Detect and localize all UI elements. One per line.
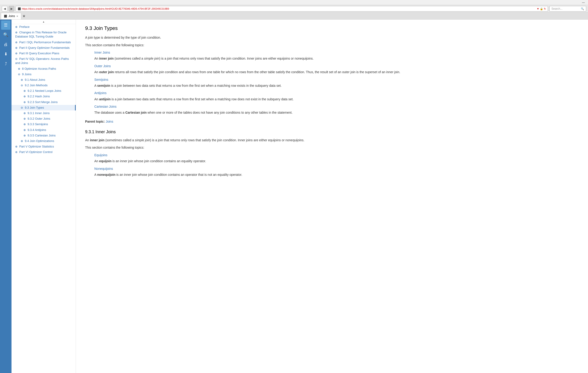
new-tab-button[interactable]: ★ bbox=[21, 13, 27, 19]
toc-item-sec91[interactable]: ⊕ 9.1 About Joins bbox=[11, 77, 76, 83]
forward-button[interactable]: ▶ bbox=[9, 6, 14, 11]
search-icon[interactable]: 🔍 bbox=[581, 7, 584, 10]
toc-link-sec932[interactable]: 9.3.2 Outer Joins bbox=[28, 117, 50, 120]
antijoins-desc: An antijoin is a join between two data s… bbox=[94, 97, 579, 102]
tab-close-button[interactable]: ✕ bbox=[16, 15, 18, 18]
toc-link-sec921[interactable]: 9.2.1 Nested Loops Joins bbox=[28, 89, 62, 93]
plus-icon: ⊕ bbox=[15, 31, 18, 34]
inner-joins-link[interactable]: Inner Joins bbox=[94, 50, 579, 55]
toc-item-ch9[interactable]: ⊖ 9 Joins bbox=[11, 72, 76, 77]
address-icons: ▼ 🔒 ↻ bbox=[537, 7, 546, 10]
toc-item-part5[interactable]: ⊕ Part V Optimizer Statistics bbox=[11, 144, 76, 149]
plus-icon: ⊕ bbox=[23, 89, 26, 93]
toc-link-sec92[interactable]: 9.2 Join Methods bbox=[25, 84, 48, 87]
toc-panel: ▲ ⊕ Preface ⊕ Changes in This Release fo… bbox=[11, 20, 76, 373]
subsection-title: 9.3.1 Inner Joins bbox=[85, 129, 579, 135]
toc-link-part2[interactable]: Part II Query Optimizer Fundamentals bbox=[19, 46, 70, 50]
toc-item-changes[interactable]: ⊕ Changes in This Release for Oracle Dat… bbox=[11, 30, 76, 39]
plus-icon: ⊕ bbox=[18, 67, 20, 70]
content-area: 9.3 Join Types A join type is determined… bbox=[76, 20, 588, 373]
toc-link-sec935[interactable]: 9.3.5 Cartesian Joins bbox=[28, 134, 56, 137]
toc-item-sec92[interactable]: ⊖ 9.2 Join Methods bbox=[11, 83, 76, 88]
minus-icon: ⊖ bbox=[15, 57, 18, 61]
minus-icon: ⊖ bbox=[21, 106, 23, 109]
plus-icon: ⊕ bbox=[23, 128, 26, 132]
toc-link-sec931[interactable]: 9.3.1 Inner Joins bbox=[28, 111, 50, 115]
toc-link-part5[interactable]: Part V Optimizer Statistics bbox=[19, 145, 54, 148]
address-bar[interactable]: ⬛ https://docs.oracle.com/en/database/or… bbox=[16, 6, 548, 11]
toc-item-sec93[interactable]: ⊖ 9.3 Join Types bbox=[11, 105, 76, 110]
toc-item-sec932[interactable]: ⊕ 9.3.2 Outer Joins bbox=[11, 116, 76, 121]
toc-link-sec933[interactable]: 9.3.3 Semijoins bbox=[28, 122, 48, 126]
plus-icon: ⊕ bbox=[21, 139, 23, 143]
toc-link-sec934[interactable]: 9.3.4 Antijoins bbox=[28, 128, 46, 132]
equijoins-desc: An equijoin is an inner join whose join … bbox=[94, 159, 579, 164]
share-icon-btn[interactable]: ⤴ bbox=[1, 59, 10, 68]
search-icon-btn[interactable]: 🔍 bbox=[1, 30, 10, 39]
search-bar[interactable]: Search... 🔍 bbox=[549, 6, 586, 11]
toc-item-ch8[interactable]: ⊕ 8 Optimizer Access Paths bbox=[11, 66, 76, 72]
toc-item-part3[interactable]: ⊕ Part III Query Execution Plans bbox=[11, 51, 76, 56]
toc-item-preface[interactable]: ⊕ Preface bbox=[11, 24, 76, 30]
cartesian-joins-link[interactable]: Cartesian Joins bbox=[94, 104, 579, 109]
browser-chrome: ◀ ▶ ⬛ https://docs.oracle.com/en/databas… bbox=[0, 5, 588, 13]
outer-joins-link[interactable]: Outer Joins bbox=[94, 64, 579, 69]
equijoins-link[interactable]: Equijoins bbox=[94, 153, 579, 158]
parent-topic: Parent topic: Joins bbox=[85, 119, 579, 124]
print-icon-btn[interactable]: 🖨 bbox=[1, 40, 10, 49]
toc-link-sec94[interactable]: 9.4 Join Optimizations bbox=[25, 139, 54, 143]
tab-label: Joins bbox=[9, 14, 15, 18]
toc-item-sec94[interactable]: ⊕ 9.4 Join Optimizations bbox=[11, 138, 76, 144]
toc-link-ch9[interactable]: 9 Joins bbox=[22, 73, 32, 76]
subsection-intro: An inner join (sometimes called a simple… bbox=[85, 138, 579, 143]
back-button[interactable]: ◀ bbox=[2, 6, 7, 11]
section-outer-joins: Outer Joins An outer join returns all ro… bbox=[94, 64, 579, 75]
toc-item-part2[interactable]: ⊕ Part II Query Optimizer Fundamentals bbox=[11, 45, 76, 51]
toc-item-sec931[interactable]: ⊕ 9.3.1 Inner Joins bbox=[11, 110, 76, 116]
intro-para-2: This section contains the following topi… bbox=[85, 43, 579, 48]
minus-icon: ⊖ bbox=[21, 84, 23, 87]
toc-link-sec922[interactable]: 9.2.2 Hash Joins bbox=[28, 95, 50, 98]
toc-item-sec922[interactable]: ⊕ 9.2.2 Hash Joins bbox=[11, 94, 76, 99]
toc-item-sec935[interactable]: ⊕ 9.3.5 Cartesian Joins bbox=[11, 133, 76, 138]
toc-scroll-up[interactable]: ▲ bbox=[11, 20, 76, 24]
toc-item-sec923[interactable]: ⊕ 9.2.3 Sort Merge Joins bbox=[11, 99, 76, 105]
plus-icon: ⊕ bbox=[23, 117, 26, 120]
toc-link-part3[interactable]: Part III Query Execution Plans bbox=[19, 52, 59, 55]
toc-link-sec91[interactable]: 9.1 About Joins bbox=[25, 78, 45, 81]
nonequijoins-link[interactable]: Nonequijoins bbox=[94, 166, 579, 171]
toc-link-part1[interactable]: Part I SQL Performance Fundamentals bbox=[19, 41, 71, 44]
download-icon-btn[interactable]: ⬇ bbox=[1, 50, 10, 59]
toc-item-sec934[interactable]: ⊕ 9.3.4 Antijoins bbox=[11, 127, 76, 133]
plus-icon: ⊕ bbox=[23, 101, 26, 104]
plus-icon: ⊕ bbox=[15, 46, 18, 50]
main-tab[interactable]: ⬛ Joins ✕ bbox=[1, 13, 21, 19]
minus-icon: ⊖ bbox=[18, 73, 20, 76]
toc-item-part1[interactable]: ⊕ Part I SQL Performance Fundamentals bbox=[11, 40, 76, 45]
toc-link-part6[interactable]: Part VI Optimizer Control bbox=[19, 150, 53, 154]
toc-item-sec933[interactable]: ⊕ 9.3.3 Semijoins bbox=[11, 121, 76, 127]
toc-link-changes[interactable]: Changes in This Release for Oracle Datab… bbox=[15, 31, 66, 38]
minimize-btn[interactable]: — bbox=[581, 0, 586, 5]
url-text: https://docs.oracle.com/en/database/orac… bbox=[22, 7, 536, 10]
toc-link-sec923[interactable]: 9.2.3 Sort Merge Joins bbox=[28, 100, 58, 104]
toc-item-part4[interactable]: ⊖ Part IV SQL Operators: Access Paths an… bbox=[11, 56, 76, 66]
antijoins-link[interactable]: Antijoins bbox=[94, 90, 579, 96]
toc-item-sec921[interactable]: ⊕ 9.2.1 Nested Loops Joins bbox=[11, 88, 76, 94]
plus-icon: ⊕ bbox=[15, 41, 18, 44]
title-bar: — bbox=[0, 0, 588, 5]
parent-topic-link[interactable]: Joins bbox=[105, 120, 113, 123]
menu-icon-btn[interactable]: ☰ bbox=[1, 21, 10, 30]
toc-item-part6[interactable]: ⊕ Part VI Optimizer Control bbox=[11, 149, 76, 155]
cartesian-joins-desc: The database uses a Cartesian join when … bbox=[94, 110, 579, 115]
toc-link-ch8[interactable]: 8 Optimizer Access Paths bbox=[22, 67, 56, 70]
plus-icon: ⊕ bbox=[21, 78, 23, 81]
toc-link-preface[interactable]: Preface bbox=[19, 25, 30, 29]
semijoins-link[interactable]: Semijoins bbox=[94, 77, 579, 82]
toc-link-part4[interactable]: Part IV SQL Operators: Access Paths and … bbox=[15, 57, 69, 65]
toc-link-sec93[interactable]: 9.3 Join Types bbox=[25, 106, 44, 109]
section-semijoins: Semijoins A semijoin is a join between t… bbox=[94, 77, 579, 88]
section-cartesian-joins: Cartesian Joins The database uses a Cart… bbox=[94, 104, 579, 115]
section-nonequijoins: Nonequijoins A nonequijoin is an inner j… bbox=[94, 166, 579, 177]
plus-icon: ⊕ bbox=[15, 145, 18, 148]
